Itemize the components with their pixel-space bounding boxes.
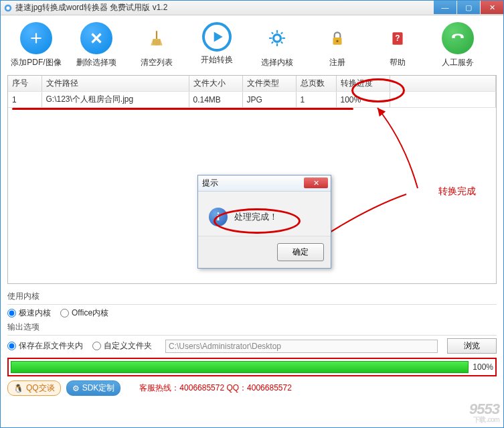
maximize-button[interactable]: ▢	[457, 1, 480, 14]
help-button[interactable]: ? 帮助	[367, 22, 428, 68]
col-progress[interactable]: 转换进度	[336, 76, 390, 92]
human-service-button[interactable]: 人工服务	[428, 22, 488, 68]
svg-rect-5	[276, 44, 278, 46]
hotline-text: 客服热线：4006685572 QQ：4006685572	[139, 382, 291, 394]
output-section: 输出选项 保存在原文件夹内 自定义文件夹 浏览	[7, 322, 497, 354]
dialog-titlebar[interactable]: 提示 ✕	[198, 175, 331, 192]
svg-rect-2	[156, 31, 157, 39]
start-button[interactable]: 开始转换	[187, 22, 247, 68]
kernel-section: 使用内核 极速内核 Office内核	[7, 291, 497, 319]
footer: 🐧 QQ交谈 ⚙ SDK定制 客服热线：4006685572 QQ：400668…	[7, 380, 497, 396]
window-title: 捷速jpg转换成word转换器 免费试用版 v1.2	[15, 2, 501, 13]
help-icon: ?	[382, 22, 414, 54]
output-path-input[interactable]	[165, 340, 438, 353]
col-seq[interactable]: 序号	[8, 76, 41, 92]
browse-button[interactable]: 浏览	[447, 338, 497, 354]
col-pages[interactable]: 总页数	[296, 76, 336, 92]
dialog-title: 提示	[202, 177, 218, 189]
close-button[interactable]: ✕	[481, 1, 503, 14]
qq-chat-button[interactable]: 🐧 QQ交谈	[7, 380, 61, 396]
svg-point-3	[274, 35, 281, 42]
col-spacer	[390, 76, 496, 92]
progress-bar	[11, 361, 469, 373]
annotation-arrow-1	[357, 101, 438, 195]
clear-button[interactable]: 清空列表	[127, 22, 187, 68]
message-dialog: 提示 ✕ i 处理完成！ 确定	[197, 175, 331, 269]
broom-icon	[141, 22, 173, 54]
svg-rect-7	[282, 38, 285, 39]
kernel-label: 使用内核	[7, 291, 497, 302]
table-header-row: 序号 文件路径 文件大小 文件类型 总页数 转换进度	[8, 76, 496, 92]
play-icon	[202, 22, 232, 52]
svg-rect-11	[271, 42, 274, 44]
register-button[interactable]: 注册	[307, 22, 367, 68]
svg-text:?: ?	[395, 33, 400, 43]
svg-rect-10	[280, 32, 283, 35]
app-icon	[3, 3, 13, 13]
dialog-message: 处理完成！	[234, 211, 278, 223]
dialog-ok-button[interactable]: 确定	[277, 243, 324, 261]
info-icon: i	[209, 208, 228, 226]
output-custom-radio[interactable]: 自定义文件夹	[92, 340, 152, 352]
phone-icon	[442, 22, 474, 54]
svg-rect-9	[280, 42, 283, 44]
svg-point-1	[6, 6, 9, 9]
titlebar: 捷速jpg转换成word转换器 免费试用版 v1.2 — ▢ ✕	[1, 1, 503, 15]
dialog-close-button[interactable]: ✕	[304, 177, 328, 188]
table-row[interactable]: 1 G:\123\个人租房合同.jpg 0.14MB JPG 1 100%	[8, 92, 496, 108]
lock-icon	[321, 22, 353, 54]
col-path[interactable]: 文件路径	[41, 76, 189, 92]
gear-icon	[261, 22, 293, 54]
progress-percent: 100%	[473, 362, 493, 372]
kernel-office-radio[interactable]: Office内核	[60, 307, 108, 319]
toolbar: 添加PDF/图像 删除选择项 清空列表 开始转换 选择内核 注册 ? 帮助 人工	[1, 15, 503, 72]
progress-area: 100%	[7, 358, 497, 376]
x-icon	[80, 22, 112, 54]
output-orig-radio[interactable]: 保存在原文件夹内	[7, 340, 83, 352]
svg-rect-8	[271, 32, 274, 35]
kernel-fast-radio[interactable]: 极速内核	[7, 307, 51, 319]
annotation-done-label: 转换完成	[438, 186, 476, 198]
output-label: 输出选项	[7, 322, 497, 333]
kernel-button[interactable]: 选择内核	[247, 22, 307, 68]
watermark: 9553下载 .com	[469, 401, 499, 425]
svg-rect-4	[276, 30, 278, 33]
add-file-button[interactable]: 添加PDF/图像	[6, 22, 66, 68]
svg-rect-6	[269, 38, 272, 39]
annotation-underline	[12, 108, 353, 110]
col-type[interactable]: 文件类型	[242, 76, 296, 92]
svg-point-13	[336, 40, 338, 42]
sdk-button[interactable]: ⚙ SDK定制	[66, 380, 121, 396]
delete-button[interactable]: 删除选择项	[66, 22, 127, 68]
minimize-button[interactable]: —	[434, 1, 456, 14]
col-size[interactable]: 文件大小	[189, 76, 242, 92]
plus-icon	[20, 22, 52, 54]
